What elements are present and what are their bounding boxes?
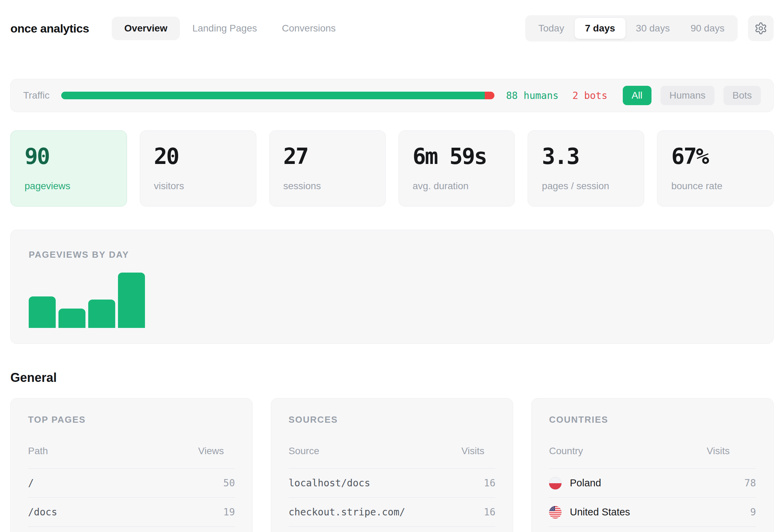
visits-cell: 78: [744, 477, 756, 489]
stat-card-sessions[interactable]: 27 sessions: [269, 130, 386, 207]
column-header-visits: Visits: [462, 446, 495, 457]
top-pages-table: Path Views / 50 /docs 19: [28, 446, 235, 527]
tab-conversions[interactable]: Conversions: [270, 17, 348, 40]
stat-value: 90: [25, 145, 113, 167]
visits-cell: 16: [484, 477, 495, 489]
chart-bar: [88, 300, 115, 328]
stat-card-pageviews[interactable]: 90 pageviews: [10, 130, 127, 207]
stat-value: 67%: [671, 145, 759, 167]
range-7-days[interactable]: 7 days: [575, 18, 626, 39]
column-header-visits: Visits: [707, 446, 756, 457]
views-cell: 19: [223, 506, 235, 518]
visits-cell: 16: [484, 506, 495, 518]
stat-label: avg. duration: [413, 181, 501, 192]
traffic-card: Traffic 88 humans 2 bots All Humans Bots: [10, 79, 774, 112]
sources-panel: SOURCES Source Visits localhost/docs 16 …: [271, 398, 513, 532]
chart-bar: [58, 309, 85, 328]
filter-bots-button[interactable]: Bots: [723, 86, 761, 105]
stat-value: 6m 59s: [413, 145, 501, 167]
traffic-filter-group: All Humans Bots: [623, 86, 761, 105]
countries-table: Country Visits Poland 78: [549, 446, 756, 527]
gear-icon: [754, 22, 767, 35]
table-row[interactable]: Poland 78: [549, 469, 756, 498]
table-row[interactable]: localhost/docs 16: [289, 469, 495, 498]
stat-label: visitors: [154, 181, 242, 192]
panel-title: SOURCES: [289, 415, 495, 424]
range-today[interactable]: Today: [528, 18, 575, 39]
stats-row: 90 pageviews 20 visitors 27 sessions 6m …: [10, 130, 774, 207]
stat-label: sessions: [283, 181, 372, 192]
stat-card-avg-duration[interactable]: 6m 59s avg. duration: [399, 130, 515, 207]
stat-value: 20: [154, 145, 242, 167]
table-row[interactable]: /docs 19: [28, 498, 235, 527]
stat-label: bounce rate: [671, 181, 759, 192]
humans-count: 88 humans: [506, 90, 559, 101]
column-header-views: Views: [198, 446, 235, 457]
chart-bar: [118, 273, 145, 328]
tab-landing-pages[interactable]: Landing Pages: [180, 17, 270, 40]
table-row[interactable]: checkout.stripe.com/ 16: [289, 498, 495, 527]
filter-all-button[interactable]: All: [623, 86, 651, 105]
path-cell: /docs: [28, 506, 57, 518]
range-30-days[interactable]: 30 days: [626, 18, 680, 39]
country-name: United States: [570, 506, 630, 518]
stat-label: pageviews: [25, 181, 113, 192]
country-name: Poland: [570, 477, 601, 489]
stat-card-visitors[interactable]: 20 visitors: [140, 130, 256, 207]
traffic-bar: [61, 92, 494, 99]
range-90-days[interactable]: 90 days: [680, 18, 735, 39]
column-header-country: Country: [549, 446, 583, 457]
chart-title: PAGEVIEWS BY DAY: [29, 250, 755, 259]
pageviews-by-day-card: PAGEVIEWS BY DAY: [10, 230, 774, 344]
panel-title: COUNTRIES: [549, 415, 756, 424]
app-logo: once analytics: [10, 22, 89, 35]
stat-value: 27: [283, 145, 372, 167]
table-row[interactable]: / 50: [28, 469, 235, 498]
tab-overview[interactable]: Overview: [112, 17, 180, 40]
filter-humans-button[interactable]: Humans: [660, 86, 714, 105]
country-cell: United States: [549, 506, 630, 519]
table-header: Path Views: [28, 446, 235, 469]
poland-flag-icon: [549, 477, 562, 489]
table-header: Source Visits: [289, 446, 495, 469]
settings-button[interactable]: [748, 16, 774, 41]
table-header: Country Visits: [549, 446, 756, 469]
source-cell: localhost/docs: [289, 477, 370, 489]
us-flag-icon: [549, 506, 562, 519]
traffic-label: Traffic: [23, 90, 49, 101]
main-nav: Overview Landing Pages Conversions: [112, 17, 348, 40]
general-panels: TOP PAGES Path Views / 50 /docs 19 SOURC…: [10, 398, 774, 532]
stat-label: pages / session: [542, 181, 630, 192]
source-cell: checkout.stripe.com/: [289, 506, 405, 518]
date-range-selector: Today 7 days 30 days 90 days: [525, 15, 738, 42]
column-header-source: Source: [289, 446, 319, 457]
views-cell: 50: [223, 477, 235, 489]
general-section-heading: General: [10, 370, 774, 385]
panel-title: TOP PAGES: [28, 415, 235, 424]
visits-cell: 9: [750, 506, 756, 518]
table-row[interactable]: United States 9: [549, 498, 756, 527]
bar-chart: [29, 273, 755, 328]
stat-card-bounce-rate[interactable]: 67% bounce rate: [657, 130, 774, 207]
sources-table: Source Visits localhost/docs 16 checkout…: [289, 446, 495, 527]
traffic-bar-humans: [61, 92, 485, 99]
countries-panel: COUNTRIES Country Visits Poland: [531, 398, 774, 532]
stat-card-pages-per-session[interactable]: 3.3 pages / session: [528, 130, 644, 207]
chart-bar: [29, 296, 56, 328]
country-cell: Poland: [549, 477, 601, 489]
traffic-bar-bots: [485, 92, 494, 99]
top-pages-panel: TOP PAGES Path Views / 50 /docs 19: [10, 398, 253, 532]
header: once analytics Overview Landing Pages Co…: [10, 15, 774, 42]
column-header-path: Path: [28, 446, 48, 457]
stat-value: 3.3: [542, 145, 630, 167]
path-cell: /: [28, 477, 34, 489]
bots-count: 2 bots: [572, 90, 607, 101]
